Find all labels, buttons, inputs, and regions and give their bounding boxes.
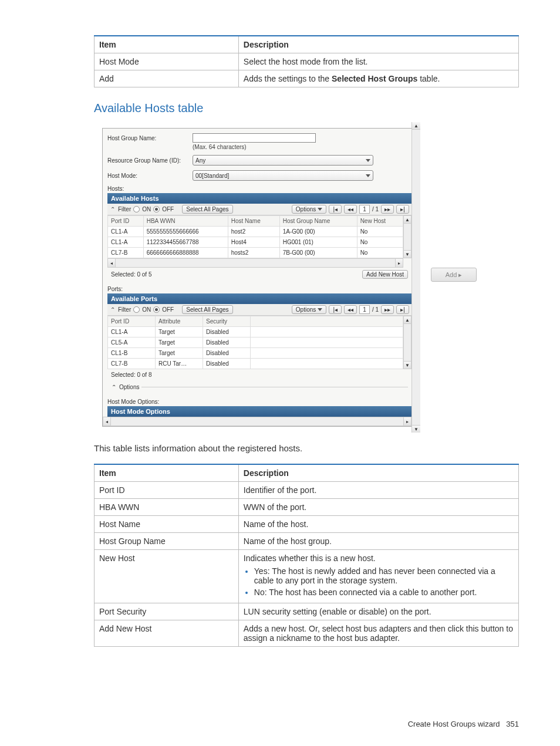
collapse-icon[interactable]: ⌃ (111, 384, 117, 390)
table-row: Host Group NameName of the host group. (95, 533, 519, 550)
options-button[interactable]: Options (292, 205, 326, 214)
host-mode-label: Host Mode: (107, 173, 193, 179)
col-item: Item (95, 36, 239, 53)
select-all-pages-button[interactable]: Select All Pages (182, 205, 232, 214)
scrollbar-vertical[interactable]: ▲▼ (403, 215, 411, 258)
selected-count: Selected: 0 of 8 (111, 372, 152, 378)
table-row: HBA WWNWWN of the port. (95, 499, 519, 516)
chevron-down-icon (366, 174, 370, 177)
scrollbar-horizontal[interactable]: ◂▸ (103, 417, 411, 426)
item-description-table-1: Item Description Host Mode Select the ho… (94, 35, 519, 87)
page-footer: Create Host Groups wizard 351 (408, 720, 519, 728)
max-chars-hint: (Max. 64 characters) (193, 144, 411, 150)
table-row: Add New HostAdds a new host. Or, select … (95, 620, 519, 647)
available-hosts-table: Port ID HBA WWN Host Name Host Group Nam… (107, 215, 403, 258)
table-row[interactable]: CL7-BRCU Tar…Disabled (108, 359, 403, 369)
table-row: Host Mode Select the host mode from the … (95, 53, 519, 70)
page-input[interactable]: 1 (359, 205, 370, 214)
table-row[interactable]: CL7-B6666666666888888hosts27B-G00 (00)No (108, 248, 403, 258)
filter-on-radio[interactable] (133, 206, 140, 212)
table-row: Port SecurityLUN security setting (enabl… (95, 603, 519, 620)
ports-label: Ports: (107, 286, 411, 292)
add-new-host-button[interactable]: Add New Host (362, 270, 408, 279)
available-hosts-header: Available Hosts (107, 193, 411, 204)
hosts-label: Hosts: (107, 185, 411, 192)
first-page-button[interactable]: |◂ (329, 205, 342, 214)
filter-off-radio[interactable] (153, 206, 160, 212)
resource-group-select[interactable]: Any (193, 155, 373, 166)
next-page-button[interactable]: ▸▸ (381, 305, 394, 314)
table-row[interactable]: CL5-ATargetDisabled (108, 337, 403, 348)
scrollbar-horizontal[interactable]: ◂▸ (107, 258, 403, 268)
host-mode-select[interactable]: 00[Standard] (193, 170, 373, 181)
table-row[interactable]: CL1-BTargetDisabled (108, 348, 403, 359)
ports-toolbar: ⌃ Filter ON OFF Select All Pages Options… (107, 304, 411, 316)
resource-group-label: Resource Group Name (ID): (107, 157, 193, 164)
chevron-down-icon (318, 308, 322, 311)
section-heading: Available Hosts table (94, 102, 519, 115)
col-description: Description (238, 36, 518, 53)
prev-page-button[interactable]: ◂◂ (344, 205, 357, 214)
host-group-name-input[interactable] (193, 133, 316, 143)
available-ports-header: Available Ports (107, 293, 411, 304)
last-page-button[interactable]: ▸| (396, 305, 409, 314)
table-row: Host NameName of the host. (95, 516, 519, 533)
host-mode-options-label: Host Mode Options: (107, 399, 411, 405)
chevron-down-icon (318, 208, 322, 211)
collapse-icon[interactable]: ⌃ (110, 206, 116, 212)
add-button[interactable]: Add ▸ (431, 268, 477, 282)
chevron-down-icon (366, 159, 370, 162)
table-row[interactable]: CL1-A5555555555666666host21A-G00 (00)No (108, 227, 403, 237)
next-page-button[interactable]: ▸▸ (381, 205, 394, 214)
table-row[interactable]: CL1-A1122334455667788Host4HG001 (01)No (108, 237, 403, 248)
table-row: New Host Indicates whether this is a new… (95, 550, 519, 603)
body-text: This table lists information about the r… (94, 443, 519, 453)
item-description-table-2: Item Description Port IDIdentifier of th… (94, 464, 519, 647)
prev-page-button[interactable]: ◂◂ (344, 305, 357, 314)
screenshot-panel: ▲ ▼ Host Group Name: (Max. 64 characters… (102, 128, 420, 427)
selected-count: Selected: 0 of 5 (111, 271, 152, 278)
chevron-right-icon: ▸ (458, 271, 462, 279)
filter-off-radio[interactable] (153, 306, 160, 313)
options-label: Options (119, 384, 139, 390)
options-button[interactable]: Options (292, 305, 326, 314)
table-row: Port IDIdentifier of the port. (95, 482, 519, 499)
last-page-button[interactable]: ▸| (396, 205, 409, 214)
available-ports-table: Port ID Attribute Security CL1-ATargetDi… (107, 316, 403, 369)
first-page-button[interactable]: |◂ (329, 305, 342, 314)
collapse-icon[interactable]: ⌃ (110, 306, 116, 313)
filter-label: Filter (118, 206, 131, 212)
scrollbar-vertical[interactable]: ▲ ▼ (411, 122, 420, 433)
table-row: Add Adds the settings to the Selected Ho… (95, 70, 519, 87)
host-group-name-label: Host Group Name: (107, 135, 193, 141)
col-description: Description (238, 464, 518, 482)
select-all-pages-button[interactable]: Select All Pages (182, 305, 232, 314)
filter-on-radio[interactable] (133, 306, 140, 313)
host-mode-options-header: Host Mode Options (107, 406, 411, 417)
hosts-toolbar: ⌃ Filter ON OFF Select All Pages Options… (107, 204, 411, 215)
col-item: Item (95, 464, 239, 482)
page-input[interactable]: 1 (359, 305, 370, 314)
table-row[interactable]: CL1-ATargetDisabled (108, 327, 403, 337)
scrollbar-vertical[interactable]: ▲▼ (403, 316, 411, 369)
